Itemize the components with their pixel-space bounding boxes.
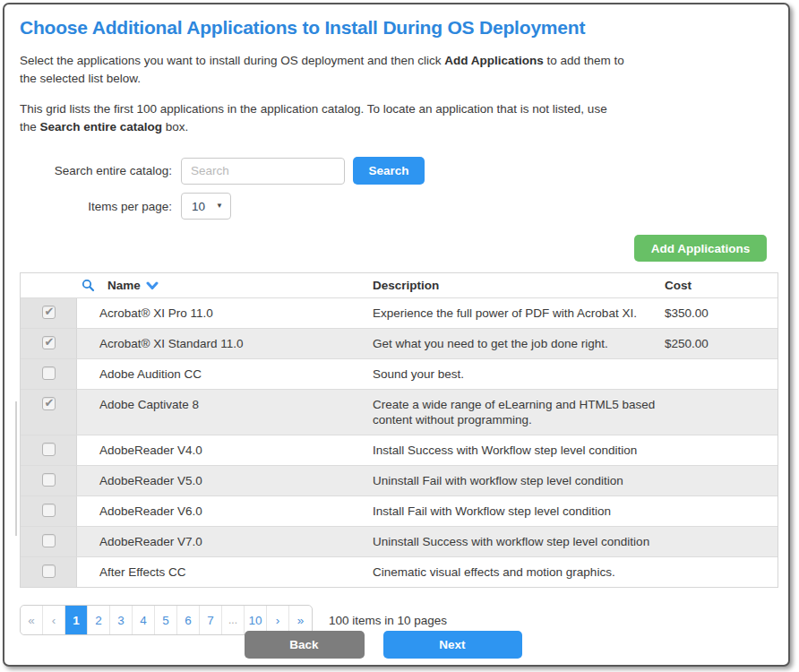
table-row[interactable]: AdobeReader V4.0 Install Success with Wo… xyxy=(21,435,778,465)
app-description: Install Success with Workflow step level… xyxy=(368,435,664,465)
pager-summary: 100 items in 10 pages xyxy=(329,614,447,627)
table-row[interactable]: After Effects CC Cinematic visual effect… xyxy=(21,556,778,587)
row-checkbox-cell xyxy=(21,466,77,495)
row-checkbox[interactable] xyxy=(42,564,56,578)
app-name: Acrobat® XI Pro 11.0 xyxy=(77,298,368,328)
app-cost xyxy=(664,359,778,389)
dialog-window: Choose Additional Applications to Instal… xyxy=(3,3,790,667)
footer-buttons: Back Next xyxy=(4,631,788,659)
add-applications-button[interactable]: Add Applications xyxy=(634,235,767,262)
search-row: Search entire catalog: Search xyxy=(20,157,778,185)
items-per-page-select[interactable]: 10 ▼ xyxy=(181,193,231,220)
table-row[interactable]: AdobeReader V5.0 Uninstall Fail with wor… xyxy=(21,465,778,495)
items-per-page-row: Items per page: 10 ▼ xyxy=(20,193,778,220)
search-button[interactable]: Search xyxy=(353,157,425,185)
app-description: Sound your best. xyxy=(368,359,664,389)
intro-paragraph-1: Select the applications you want to inst… xyxy=(20,52,683,88)
app-description: Experience the full power of PDF with Ac… xyxy=(368,298,664,328)
app-cost: $350.00 xyxy=(664,298,778,328)
back-button[interactable]: Back xyxy=(245,631,365,659)
name-column-label: Name xyxy=(107,279,141,292)
row-checkbox[interactable] xyxy=(42,443,56,456)
app-description: Uninstall Success with workflow step lev… xyxy=(368,527,664,556)
row-checkbox[interactable] xyxy=(42,366,56,380)
table-row[interactable]: AdobeReader V7.0 Uninstall Success with … xyxy=(21,526,778,556)
items-per-page-value: 10 xyxy=(192,200,205,213)
row-checkbox-cell xyxy=(21,496,77,526)
table-row[interactable]: AdobeReader V6.0 Install Fail with Workf… xyxy=(21,495,778,526)
row-checkbox[interactable] xyxy=(42,504,56,517)
app-cost xyxy=(664,496,778,526)
row-checkbox[interactable] xyxy=(42,306,56,319)
app-description: Cinematic visual effects and motion grap… xyxy=(368,557,664,587)
row-checkbox[interactable] xyxy=(42,534,56,547)
intro2-text: This grid lists the first 100 applicatio… xyxy=(20,102,607,116)
intro1-line2: the selected list below. xyxy=(20,72,141,85)
grid-header: Name Description Cost xyxy=(21,273,778,297)
row-checkbox-cell xyxy=(21,435,77,465)
description-column-header: Description xyxy=(368,279,664,292)
row-checkbox-cell xyxy=(21,329,77,358)
cost-column-header: Cost xyxy=(664,279,778,292)
app-description: Get what you need to get the job done ri… xyxy=(368,329,664,358)
app-name: AdobeReader V7.0 xyxy=(77,527,368,556)
name-column-header[interactable]: Name xyxy=(77,279,368,292)
app-name: AdobeReader V4.0 xyxy=(77,435,368,465)
table-row[interactable]: Adobe Audition CC Sound your best. xyxy=(21,358,778,389)
intro2-bold-search-catalog: Search entire catalog xyxy=(40,120,163,134)
table-body: Acrobat® XI Pro 11.0 Experience the full… xyxy=(21,297,778,587)
row-checkbox-cell xyxy=(21,390,77,435)
magnifier-icon[interactable] xyxy=(82,279,95,292)
intro2-line2-end: box. xyxy=(162,120,188,134)
app-name: After Effects CC xyxy=(77,557,368,587)
app-description: Install Fail with Workflow step level co… xyxy=(368,496,664,526)
app-cost xyxy=(664,557,778,587)
dropdown-caret-icon: ▼ xyxy=(216,202,223,210)
app-description: Create a wide range of eLearning and HTM… xyxy=(368,390,664,435)
row-checkbox[interactable] xyxy=(42,336,56,349)
items-per-page-label: Items per page: xyxy=(20,200,172,213)
row-checkbox[interactable] xyxy=(42,397,56,410)
applications-grid: Name Description Cost Acrobat® XI Pro 11… xyxy=(20,272,778,588)
search-input[interactable] xyxy=(181,158,345,185)
app-name: AdobeReader V6.0 xyxy=(77,496,368,526)
app-cost xyxy=(664,390,778,435)
next-button[interactable]: Next xyxy=(383,631,522,659)
row-checkbox-cell xyxy=(21,557,77,587)
app-name: Adobe Captivate 8 xyxy=(77,390,368,435)
table-row[interactable]: Acrobat® XI Pro 11.0 Experience the full… xyxy=(21,297,778,328)
table-row[interactable]: Acrobat® XI Standard 11.0 Get what you n… xyxy=(21,328,778,358)
app-name: AdobeReader V5.0 xyxy=(77,466,368,495)
app-cost xyxy=(664,466,778,495)
app-cost: $250.00 xyxy=(664,329,778,358)
intro1-text: Select the applications you want to inst… xyxy=(20,54,444,67)
app-cost xyxy=(664,435,778,465)
app-name: Acrobat® XI Standard 11.0 xyxy=(77,329,368,358)
page-title: Choose Additional Applications to Instal… xyxy=(20,17,778,39)
intro2-line2: the xyxy=(20,120,40,134)
app-name: Adobe Audition CC xyxy=(77,359,368,389)
table-row[interactable]: Adobe Captivate 8 Create a wide range of… xyxy=(21,389,778,435)
search-catalog-label: Search entire catalog: xyxy=(20,164,172,177)
app-cost xyxy=(664,527,778,556)
app-description: Uninstall Fail with workflow step level … xyxy=(368,466,664,495)
row-checkbox[interactable] xyxy=(42,473,56,487)
intro1-bold-add-applications: Add Applications xyxy=(444,54,544,67)
scroll-hint-line xyxy=(15,401,17,536)
row-checkbox-cell xyxy=(21,298,77,328)
row-checkbox-cell xyxy=(21,359,77,389)
sort-descending-chevron-down-icon xyxy=(146,281,159,290)
intro-paragraph-2: This grid lists the first 100 applicatio… xyxy=(20,100,683,136)
intro1-text-cont: to add them to xyxy=(544,54,624,67)
row-checkbox-cell xyxy=(21,527,77,556)
